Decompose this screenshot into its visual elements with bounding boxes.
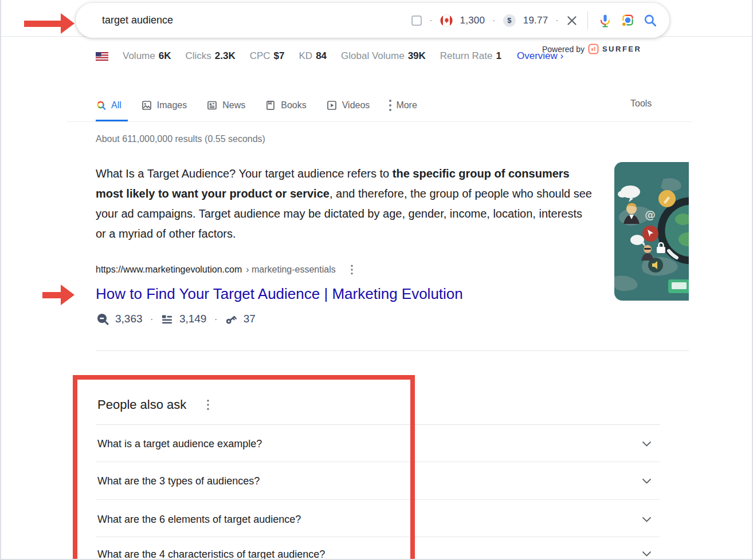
result-breadcrumb[interactable]: › marketing-essentials [246, 265, 336, 275]
tools-button[interactable]: Tools [630, 98, 652, 109]
stat-volume: Volume6K [123, 50, 171, 62]
search-bar-extension-cluster: · 1,300 · $ 19.77 · [411, 11, 658, 30]
chevron-down-icon[interactable] [642, 551, 652, 557]
svg-text:@: @ [645, 208, 656, 221]
tabs-bottom-border [67, 121, 692, 122]
content-list-icon [161, 313, 173, 325]
videos-icon [326, 100, 338, 111]
stat-clicks: Clicks2.3K [185, 50, 235, 62]
paa-menu-icon[interactable] [207, 400, 210, 410]
separator-dot: · [555, 15, 559, 26]
result-title-link[interactable]: How to Find Your Target Audience | Marke… [96, 285, 463, 303]
separator-dot: · [492, 15, 496, 26]
result-url[interactable]: https://www.marketingevolution.com [96, 265, 242, 275]
paa-header: People also ask [97, 397, 209, 412]
news-icon [206, 100, 218, 111]
stat-value: 3,363 [115, 313, 143, 325]
featured-snippet-text: What Is a Target Audience? Your target a… [96, 164, 595, 244]
stat-value: 37 [244, 313, 256, 325]
powered-by-surfer: Powered by SURFER [542, 44, 641, 54]
chevron-down-icon[interactable] [642, 516, 652, 523]
search-input[interactable]: target audience [102, 14, 411, 26]
section-divider [96, 350, 689, 351]
annotation-arrow-searchbar [24, 21, 62, 27]
surfer-logo-icon [588, 44, 599, 54]
paa-question-1[interactable]: What is a target audience example? [97, 438, 262, 450]
searchbar-divider [587, 11, 588, 30]
paa-divider [96, 424, 660, 425]
paa-question-2[interactable]: What are the 3 types of audiences? [97, 475, 260, 487]
books-icon [265, 100, 276, 111]
result-url-row[interactable]: https://www.marketingevolution.com › mar… [96, 264, 353, 275]
paa-title: People also ask [97, 397, 186, 412]
tab-images[interactable]: Images [141, 100, 187, 111]
stat-value: 3,149 [179, 313, 207, 325]
tab-news[interactable]: News [206, 100, 245, 111]
surfer-result-stats: 3,363 · 3,149 · 37 [97, 313, 256, 325]
serp-tabs: All Images News [96, 96, 417, 115]
search-volume-icon [97, 313, 109, 325]
chevron-down-icon[interactable] [642, 441, 652, 447]
paa-divider [96, 462, 660, 462]
us-flag-icon [96, 52, 108, 61]
clear-search-icon[interactable] [566, 15, 578, 26]
dollar-badge-icon[interactable]: $ [503, 14, 516, 27]
more-dots-icon [389, 100, 391, 111]
annotation-arrowhead-searchbar [61, 13, 74, 34]
canada-flag-icon[interactable] [440, 14, 453, 27]
google-serp-page: target audience · 1,300 · $ 19.77 · [0, 0, 753, 560]
result-thumbnail[interactable]: @ [614, 162, 689, 301]
keyword-stats-row: Volume6K Clicks2.3K CPC$7 KD84 Global Vo… [96, 50, 563, 62]
paa-divider [96, 499, 660, 500]
paa-divider [96, 537, 660, 537]
chevron-down-icon[interactable] [642, 478, 652, 484]
microphone-icon[interactable] [598, 13, 613, 28]
google-lens-icon[interactable] [620, 13, 636, 28]
stat-kd: KD84 [299, 50, 327, 62]
result-menu-icon[interactable] [351, 265, 352, 275]
paa-question-3[interactable]: What are the 6 elements of target audien… [97, 514, 301, 526]
stat-cpc: CPC$7 [250, 50, 285, 62]
tab-all[interactable]: All [96, 100, 121, 111]
separator-dot: · [429, 15, 433, 26]
tab-videos[interactable]: Videos [326, 100, 370, 111]
images-icon [141, 100, 152, 111]
extension-volume-badge[interactable]: 1,300 [460, 15, 485, 26]
extension-checkbox[interactable] [411, 15, 422, 26]
stat-global-volume: Global Volume39K [341, 50, 426, 62]
tab-more[interactable]: More [389, 100, 417, 111]
annotation-arrowhead-title [61, 285, 74, 305]
keywords-key-icon [225, 313, 237, 325]
stat-return-rate: Return Rate1 [440, 50, 501, 62]
search-magnifier-color-icon [96, 100, 107, 111]
search-submit-icon[interactable] [643, 13, 658, 28]
tab-books[interactable]: Books [265, 100, 306, 111]
results-count: About 611,000,000 results (0.55 seconds) [96, 134, 265, 144]
extension-cpc-badge[interactable]: 19.77 [523, 15, 548, 26]
search-bar[interactable]: target audience · 1,300 · $ 19.77 · [76, 3, 669, 38]
paa-question-4[interactable]: What are the 4 characteristics of target… [97, 549, 325, 560]
